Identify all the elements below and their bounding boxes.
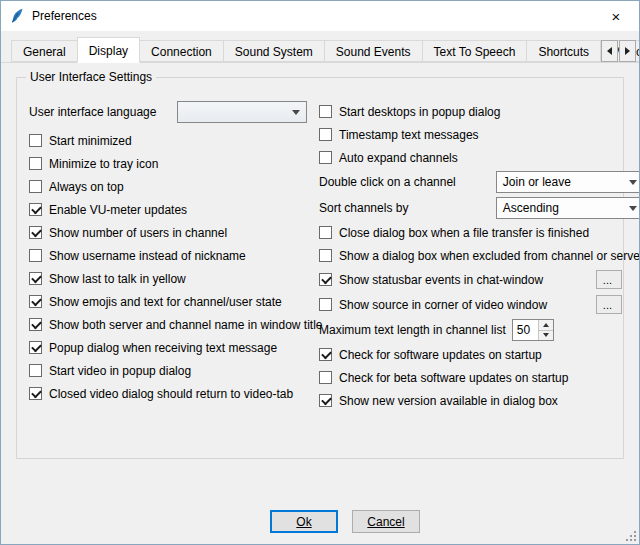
chevron-down-icon bbox=[292, 110, 300, 115]
checkbox-label: Always on top bbox=[49, 180, 124, 194]
statusbar-events-config-button[interactable]: ... bbox=[596, 270, 622, 289]
checkbox-box[interactable] bbox=[319, 348, 332, 361]
checkbox-box[interactable] bbox=[29, 157, 42, 170]
checkbox-label: Minimize to tray icon bbox=[49, 157, 158, 171]
checkbox-excluded-dialog[interactable]: Show a dialog box when excluded from cha… bbox=[319, 244, 640, 267]
tab-shortcuts[interactable]: Shortcuts bbox=[526, 40, 601, 62]
checkbox-video-popup[interactable]: Start video in popup dialog bbox=[29, 359, 307, 382]
arrow-down-icon bbox=[543, 333, 549, 337]
ok-button[interactable]: Ok bbox=[270, 510, 338, 533]
double-click-value: Join or leave bbox=[503, 175, 571, 189]
checkbox-label: Closed video dialog should return to vid… bbox=[49, 387, 293, 401]
checkbox-desktops-popup[interactable]: Start desktops in popup dialog bbox=[319, 100, 640, 123]
checkbox-label: Check for beta software updates on start… bbox=[339, 371, 568, 385]
checkbox-box[interactable] bbox=[319, 249, 332, 262]
checkbox-vu-meter-updates[interactable]: Enable VU-meter updates bbox=[29, 198, 307, 221]
checkbox-label: Start desktops in popup dialog bbox=[339, 105, 500, 119]
checkbox-box[interactable] bbox=[29, 180, 42, 193]
checkbox-box[interactable] bbox=[29, 295, 42, 308]
checkbox-label: Start video in popup dialog bbox=[49, 364, 191, 378]
spin-buttons bbox=[538, 320, 553, 340]
checkbox-box[interactable] bbox=[29, 226, 42, 239]
tab-scroll-buttons bbox=[600, 40, 636, 62]
checkbox-box[interactable] bbox=[29, 203, 42, 216]
checkbox-box[interactable] bbox=[319, 371, 332, 384]
checkbox-close-filetransfer-dialog[interactable]: Close dialog box when a file transfer is… bbox=[319, 221, 640, 244]
video-source-config-button[interactable]: ... bbox=[596, 295, 622, 314]
checkbox-video-source-corner[interactable] bbox=[319, 298, 332, 311]
checkbox-statusbar-events[interactable] bbox=[319, 273, 332, 286]
checkbox-timestamp-messages[interactable]: Timestamp text messages bbox=[319, 123, 640, 146]
checkbox-box[interactable] bbox=[319, 151, 332, 164]
arrow-up-icon bbox=[543, 323, 549, 327]
max-text-length-value[interactable]: 50 bbox=[513, 320, 538, 340]
checkbox-update-check[interactable]: Check for software updates on startup bbox=[319, 343, 640, 366]
resize-grip[interactable] bbox=[624, 529, 637, 542]
checkbox-label: Show a dialog box when excluded from cha… bbox=[339, 249, 640, 263]
checkbox-box[interactable] bbox=[29, 249, 42, 262]
tab-general[interactable]: General bbox=[11, 40, 78, 62]
checkbox-label: Show emojis and text for channel/user st… bbox=[49, 295, 282, 309]
double-click-row: Double click on a channel Join or leave bbox=[319, 169, 640, 195]
checkbox-label: Show number of users in channel bbox=[49, 226, 227, 240]
checkbox-box[interactable] bbox=[29, 341, 42, 354]
ok-label: Ok bbox=[296, 515, 311, 529]
close-button[interactable]: × bbox=[593, 1, 639, 31]
checkbox-minimize-to-tray[interactable]: Minimize to tray icon bbox=[29, 152, 307, 175]
checkbox-last-talk-yellow[interactable]: Show last to talk in yellow bbox=[29, 267, 307, 290]
checkbox-label: Show statusbar events in chat-window bbox=[339, 273, 543, 287]
checkbox-auto-expand-channels[interactable]: Auto expand channels bbox=[319, 146, 640, 169]
checkbox-new-version-dialog[interactable]: Show new version available in dialog box bbox=[319, 389, 640, 412]
checkbox-box[interactable] bbox=[319, 394, 332, 407]
checkbox-label: Close dialog box when a file transfer is… bbox=[339, 226, 589, 240]
chevron-down-icon bbox=[629, 180, 637, 185]
app-feather-icon bbox=[9, 8, 25, 24]
double-click-label: Double click on a channel bbox=[319, 175, 456, 189]
checkbox-label: Timestamp text messages bbox=[339, 128, 479, 142]
ui-settings-groupbox: User Interface Settings User interface l… bbox=[16, 77, 624, 459]
settings-columns: User interface language Start minimized … bbox=[29, 100, 613, 412]
checkbox-label: Popup dialog when receiving text message bbox=[49, 341, 277, 355]
checkbox-box[interactable] bbox=[319, 105, 332, 118]
checkbox-always-on-top[interactable]: Always on top bbox=[29, 175, 307, 198]
checkbox-box[interactable] bbox=[29, 318, 42, 331]
double-click-dropdown[interactable]: Join or leave bbox=[496, 171, 640, 193]
tab-scroll-left-button[interactable] bbox=[601, 40, 618, 62]
checkbox-label: Show username instead of nickname bbox=[49, 249, 246, 263]
checkbox-box[interactable] bbox=[29, 387, 42, 400]
checkbox-username-instead-nickname[interactable]: Show username instead of nickname bbox=[29, 244, 307, 267]
language-label: User interface language bbox=[29, 105, 156, 119]
checkbox-emojis-text-state[interactable]: Show emojis and text for channel/user st… bbox=[29, 290, 307, 313]
cancel-button[interactable]: Cancel bbox=[352, 510, 420, 533]
preferences-window: Preferences × General Display Connection… bbox=[0, 0, 640, 545]
checkbox-box[interactable] bbox=[319, 226, 332, 239]
tab-sound-system[interactable]: Sound System bbox=[223, 40, 325, 62]
checkbox-label: Enable VU-meter updates bbox=[49, 203, 187, 217]
spin-up-button[interactable] bbox=[539, 320, 553, 331]
language-dropdown[interactable] bbox=[177, 101, 307, 123]
checkbox-beta-update-check[interactable]: Check for beta software updates on start… bbox=[319, 366, 640, 389]
checkbox-box[interactable] bbox=[29, 364, 42, 377]
sort-channels-dropdown[interactable]: Ascending bbox=[496, 197, 640, 219]
checkbox-box[interactable] bbox=[319, 128, 332, 141]
language-row: User interface language bbox=[29, 100, 307, 124]
tab-sound-events[interactable]: Sound Events bbox=[324, 40, 423, 62]
checkbox-popup-text-message[interactable]: Popup dialog when receiving text message bbox=[29, 336, 307, 359]
checkbox-video-return-tab[interactable]: Closed video dialog should return to vid… bbox=[29, 382, 307, 405]
sort-channels-label: Sort channels by bbox=[319, 201, 408, 215]
chevron-down-icon bbox=[629, 206, 637, 211]
tab-scroll-right-button[interactable] bbox=[619, 40, 636, 62]
max-text-length-spinbox[interactable]: 50 bbox=[512, 319, 554, 341]
titlebar: Preferences × bbox=[1, 1, 639, 31]
checkbox-server-channel-in-title[interactable]: Show both server and channel name in win… bbox=[29, 313, 307, 336]
checkbox-box[interactable] bbox=[29, 272, 42, 285]
tab-connection[interactable]: Connection bbox=[139, 40, 224, 62]
spin-down-button[interactable] bbox=[539, 331, 553, 341]
checkbox-show-user-count[interactable]: Show number of users in channel bbox=[29, 221, 307, 244]
checkbox-start-minimized[interactable]: Start minimized bbox=[29, 129, 307, 152]
checkbox-box[interactable] bbox=[29, 134, 42, 147]
tab-text-to-speech[interactable]: Text To Speech bbox=[422, 40, 528, 62]
tab-display[interactable]: Display bbox=[77, 37, 140, 63]
sort-channels-row: Sort channels by Ascending bbox=[319, 195, 640, 221]
checkbox-label: Check for software updates on startup bbox=[339, 348, 542, 362]
